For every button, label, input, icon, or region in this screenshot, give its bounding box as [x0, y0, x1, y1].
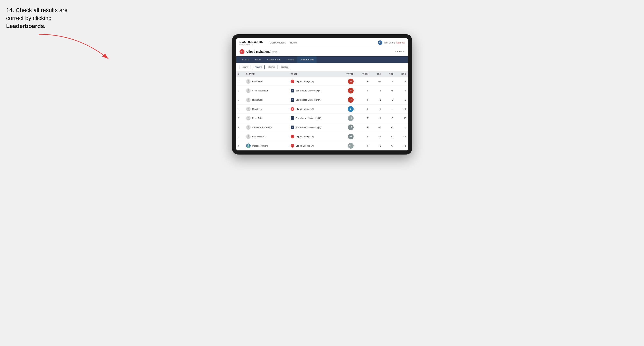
- row-total: -2: [339, 95, 356, 104]
- tab-course-setup[interactable]: Course Setup: [264, 56, 284, 63]
- tournament-header: C Clippd Invitational (Men) Cancel ✕: [236, 47, 408, 56]
- svg-point-12: [247, 128, 250, 130]
- filter-strokes[interactable]: Strokes: [279, 65, 291, 69]
- tournament-subtitle: (Men): [272, 50, 278, 53]
- svg-point-10: [247, 119, 250, 120]
- row-player: Marcus Turners: [244, 141, 288, 150]
- tabs-bar: Details Teams Course Setup Results Leade…: [236, 56, 408, 63]
- team-icon-clippd: C: [291, 107, 294, 111]
- table-row: 6Cameron Robertson≡Scoreboard University…: [236, 123, 408, 132]
- row-rd1: +2: [370, 132, 383, 141]
- row-total: -8: [339, 77, 356, 86]
- team-icon-scoreboard: ≡: [291, 116, 294, 120]
- row-rd2: -6: [383, 77, 396, 86]
- cancel-button[interactable]: Cancel ✕: [395, 50, 404, 53]
- col-rd1: RD1: [370, 71, 383, 77]
- row-team: CClippd College [A]: [288, 77, 339, 86]
- row-player: Chris Robertson: [244, 86, 288, 95]
- row-team: ≡Scoreboard University [A]: [288, 95, 339, 104]
- svg-point-3: [248, 89, 249, 91]
- team-icon-clippd: C: [291, 80, 294, 83]
- table-row: 4David FordCClippd College [A]EF+1-4+3: [236, 104, 408, 114]
- row-rd1: +2: [370, 141, 383, 150]
- row-position: 2: [236, 86, 244, 95]
- tab-teams[interactable]: Teams: [252, 56, 264, 63]
- svg-point-5: [248, 98, 249, 100]
- team-icon-scoreboard: ≡: [291, 126, 294, 129]
- user-avatar: TU: [378, 40, 382, 45]
- row-team: CClippd College [A]: [288, 104, 339, 114]
- table-row: 8Marcus TurnersCClippd College [A]+11F+2…: [236, 141, 408, 150]
- row-total: +11: [339, 141, 356, 150]
- row-team: CClippd College [A]: [288, 141, 339, 150]
- player-avatar: [246, 116, 250, 120]
- row-total: +1: [339, 114, 356, 123]
- tab-details[interactable]: Details: [240, 56, 252, 63]
- table-row: 2Chris Robertson≡Scoreboard University […: [236, 86, 408, 95]
- tournament-icon: C: [240, 49, 244, 54]
- nav-links: TOURNAMENTS TEAMS: [268, 41, 378, 45]
- instruction-text: 14. Check all results are correct by cli…: [6, 6, 84, 30]
- navbar: SCOREBOARD Powered by clippd TOURNAMENTS…: [236, 38, 408, 47]
- row-rd1: +3: [370, 77, 383, 86]
- row-position: 1: [236, 77, 244, 86]
- tab-leaderboards[interactable]: Leaderboards: [297, 56, 316, 63]
- row-thru: F: [356, 104, 370, 114]
- team-icon-clippd: C: [291, 144, 294, 148]
- logo-sub: Powered by clippd: [240, 43, 264, 45]
- player-avatar: [246, 134, 250, 139]
- svg-point-1: [248, 80, 249, 82]
- row-team: ≡Scoreboard University [A]: [288, 114, 339, 123]
- row-position: 4: [236, 104, 244, 114]
- row-rd3: -1: [396, 123, 408, 132]
- logo-text: SCOREBOARD: [240, 40, 264, 43]
- row-rd3: -4: [396, 86, 408, 95]
- filter-scores[interactable]: Scores: [266, 65, 278, 69]
- row-rd3: +6: [396, 132, 408, 141]
- row-thru: F: [356, 141, 370, 150]
- table-row: 5Rees Britt≡Scoreboard University [A]+1F…: [236, 114, 408, 123]
- row-position: 5: [236, 114, 244, 123]
- svg-point-14: [247, 137, 250, 139]
- nav-teams[interactable]: TEAMS: [290, 41, 298, 45]
- filter-bar: Teams Players Scores Strokes: [236, 63, 408, 71]
- row-thru: F: [356, 77, 370, 86]
- row-rd2: -2: [383, 95, 396, 104]
- svg-point-16: [247, 146, 250, 148]
- filter-players[interactable]: Players: [252, 65, 265, 69]
- row-rd2: +7: [383, 141, 396, 150]
- team-icon-scoreboard: ≡: [291, 98, 294, 102]
- leaderboard-table: # PLAYER TEAM TOTAL THRU RD1 RD2 RD3 1El…: [236, 71, 408, 151]
- filter-teams[interactable]: Teams: [240, 65, 251, 69]
- table-header-row: # PLAYER TEAM TOTAL THRU RD1 RD2 RD3: [236, 71, 408, 77]
- col-player: PLAYER: [244, 71, 288, 77]
- player-avatar: [246, 88, 250, 93]
- table-row: 3Rich Butler≡Scoreboard University [A]-2…: [236, 95, 408, 104]
- row-total: -4: [339, 86, 356, 95]
- row-thru: F: [356, 86, 370, 95]
- row-position: 8: [236, 141, 244, 150]
- row-total: E: [339, 104, 356, 114]
- user-label: Test User |: [384, 41, 395, 44]
- player-avatar: [246, 144, 250, 148]
- nav-tournaments[interactable]: TOURNAMENTS: [268, 41, 286, 45]
- svg-point-7: [248, 108, 249, 109]
- svg-point-8: [247, 109, 250, 111]
- row-rd3: +3: [396, 104, 408, 114]
- tab-results[interactable]: Results: [284, 56, 297, 63]
- col-pos: #: [236, 71, 244, 77]
- row-rd1: +1: [370, 95, 383, 104]
- player-avatar: [246, 107, 250, 111]
- player-avatar: [246, 79, 250, 84]
- row-thru: F: [356, 95, 370, 104]
- sign-out-link[interactable]: Sign out: [396, 41, 404, 44]
- col-rd3: RD3: [396, 71, 408, 77]
- svg-point-13: [248, 135, 249, 137]
- row-thru: F: [356, 132, 370, 141]
- row-player: Blair McHarg: [244, 132, 288, 141]
- tournament-title: Clippd Invitational: [246, 50, 271, 53]
- nav-right: TU Test User | Sign out: [378, 40, 405, 45]
- logo-area: SCOREBOARD Powered by clippd: [240, 40, 264, 45]
- row-position: 6: [236, 123, 244, 132]
- row-thru: F: [356, 114, 370, 123]
